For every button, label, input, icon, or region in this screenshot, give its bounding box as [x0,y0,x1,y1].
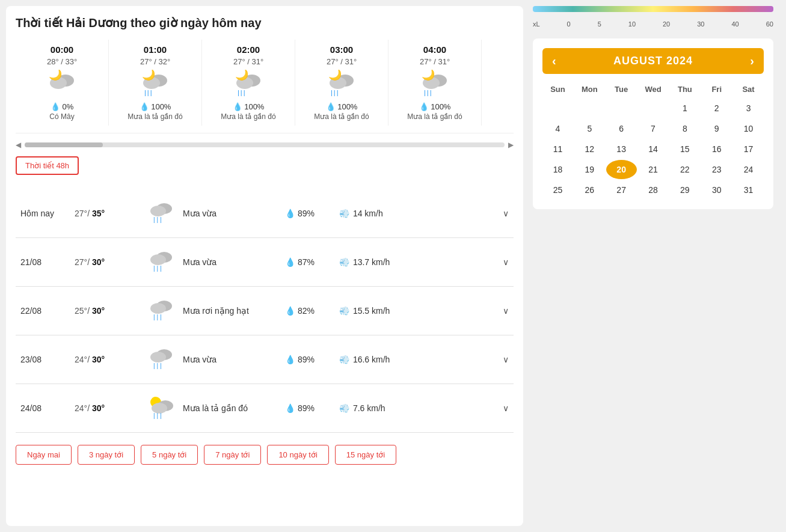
scrollbar-row: ◀ ▶ [16,141,514,149]
cal-day[interactable]: 7 [638,119,669,138]
daily-temp: 24°/ 30° [75,355,141,364]
cal-next-button[interactable]: › [750,54,754,68]
hourly-item: 04:00 27° / 31° 🌙||| 💧 100% Mưa là tả gầ… [388,40,482,126]
hourly-container: 00:00 28° / 33° 🌙 💧 0% Có Mây 01:00 27° … [16,40,514,133]
cal-day[interactable]: 19 [574,160,605,179]
cal-day[interactable]: 23 [701,160,732,179]
cal-day-header: Wed [638,81,669,97]
hourly-item: 03:00 27° / 31° 🌙||| 💧 100% Mưa là tả gầ… [295,40,388,126]
hourly-precip: 💧 100% [233,102,265,111]
cal-day[interactable]: 18 [542,160,573,179]
daily-list: Hôm nay 27°/ 35° ||| Mưa vừa 💧 89% 💨 14 … [16,189,514,433]
cal-day[interactable]: 13 [606,139,637,159]
hourly-temp: 27° / 32° [140,57,170,66]
period-button[interactable]: Ngày mai [16,445,72,465]
period-button[interactable]: 5 ngày tới [141,445,198,465]
color-bar [533,6,773,12]
cal-prev-button[interactable]: ‹ [552,54,556,68]
daily-date: Hôm nay [20,209,69,218]
period-button[interactable]: 7 ngày tới [204,445,261,465]
cal-day[interactable]: 20 [606,160,637,179]
cal-day[interactable]: 31 [733,180,764,200]
cal-day[interactable]: 22 [669,160,700,179]
scroll-right-arrow[interactable]: ▶ [508,141,514,149]
calendar-card: ‹ AUGUST 2024 › SunMonTueWedThuFriSat123… [533,38,773,209]
btn-48h[interactable]: Thời tiết 48h [16,156,79,175]
cal-day[interactable]: 27 [606,180,637,200]
hourly-item: 00:00 28° / 33° 🌙 💧 0% Có Mây [16,40,109,126]
daily-precip: 💧 87% [285,257,333,267]
daily-wind: 💨 14 km/h [339,209,411,218]
hourly-time: 03:00 [330,44,353,55]
cal-day[interactable]: 24 [733,160,764,179]
daily-expand[interactable]: ∨ [503,403,509,413]
color-bar-label: 30 [697,20,704,28]
cal-day[interactable]: 4 [542,119,573,138]
cal-day[interactable]: 2 [701,99,732,118]
daily-temp: 25°/ 30° [75,306,141,316]
cal-day[interactable]: 12 [574,139,605,159]
scroll-left-arrow[interactable]: ◀ [16,141,21,149]
svg-text:|||: ||| [331,89,340,96]
daily-expand[interactable]: ∨ [503,209,509,218]
cal-day[interactable]: 21 [638,160,669,179]
period-button[interactable]: 10 ngày tới [267,445,328,465]
hourly-desc: Có Mây [23,112,101,121]
svg-text:|||: ||| [153,362,164,369]
hourly-time: 01:00 [144,44,167,55]
period-button[interactable]: 3 ngày tới [78,445,135,465]
svg-point-23 [150,254,166,265]
cal-day[interactable]: 9 [701,119,732,138]
cal-day [638,99,669,118]
hourly-icon: 🌙||| [234,70,263,100]
hourly-desc: Mưa là tả gần đó [116,112,194,121]
daily-expand[interactable]: ∨ [503,355,509,364]
svg-point-26 [150,303,166,314]
cal-day[interactable]: 25 [542,180,573,200]
cal-day[interactable]: 30 [701,180,732,200]
cal-day[interactable]: 26 [574,180,605,200]
daily-row: 23/08 24°/ 30° ||| Mưa vừa 💧 89% 💨 16.6 … [16,335,514,384]
cal-day[interactable]: 3 [733,99,764,118]
svg-text:|||: ||| [238,89,247,96]
daily-expand[interactable]: ∨ [503,306,509,316]
daily-wind: 💨 16.6 km/h [339,355,411,364]
daily-precip: 💧 89% [285,403,333,413]
left-panel: Thời tiết Hải Dương theo giờ ngày hôm na… [6,6,523,526]
svg-text:|||: ||| [153,265,164,272]
hourly-temp: 28° / 33° [47,57,77,66]
daily-date: 22/08 [20,306,69,316]
cal-day[interactable]: 8 [669,119,700,138]
cal-day[interactable]: 28 [638,180,669,200]
cal-day[interactable]: 1 [669,99,700,118]
hourly-precip: 💧 0% [51,102,73,111]
cal-day[interactable]: 14 [638,139,669,159]
daily-icon: ||| [147,295,177,326]
cal-day[interactable]: 16 [701,139,732,159]
cal-day[interactable]: 10 [733,119,764,138]
daily-row: 22/08 25°/ 30° ||| Mưa rơi nặng hạt 💧 82… [16,287,514,335]
cal-day[interactable]: 17 [733,139,764,159]
daily-desc: Mưa là tả gần đó [183,403,279,413]
hourly-time: 04:00 [423,44,446,55]
period-button[interactable]: 15 ngày tới [335,445,396,465]
color-bar-label: 20 [663,20,670,28]
daily-precip: 💧 89% [285,209,333,218]
cal-day[interactable]: 29 [669,180,700,200]
cal-day[interactable]: 11 [542,139,573,159]
color-bar-label: 5 [598,20,601,28]
svg-text:🌙: 🌙 [142,70,156,81]
scroll-track[interactable] [25,142,505,147]
hourly-item: 01:00 27° / 32° 🌙||| 💧 100% Mưa là tả gầ… [109,40,202,126]
daily-expand[interactable]: ∨ [503,257,509,267]
cal-day[interactable]: 6 [606,119,637,138]
hourly-temp: 27° / 31° [327,57,357,66]
daily-temp: 27°/ 35° [75,209,141,218]
hourly-precip: 💧 100% [326,102,358,111]
cal-day[interactable]: 15 [669,139,700,159]
hourly-scroll: 00:00 28° / 33° 🌙 💧 0% Có Mây 01:00 27° … [16,40,482,126]
svg-text:|||: ||| [153,412,164,419]
color-bar-labels: xL051020304060 [533,20,773,28]
hourly-icon: 🌙 [48,70,76,100]
cal-day[interactable]: 5 [574,119,605,138]
